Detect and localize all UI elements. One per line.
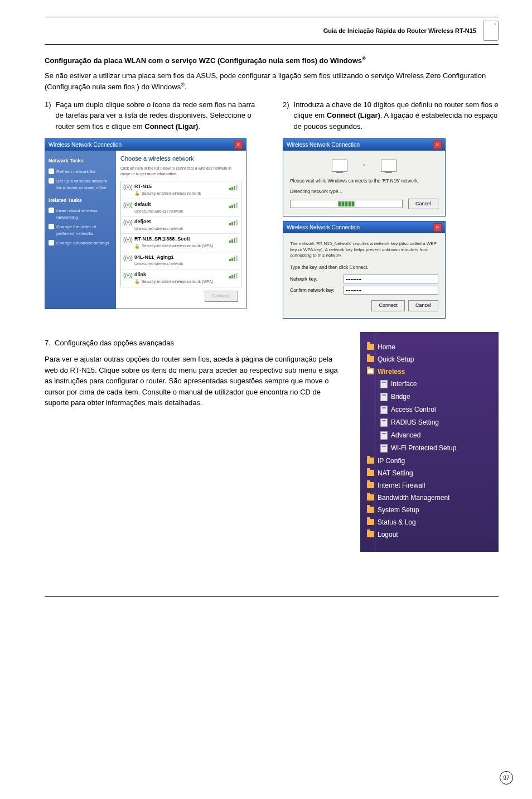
folder-icon: [367, 470, 374, 476]
tree-status-log[interactable]: Status & Log: [360, 516, 499, 528]
tree-wireless[interactable]: Wireless: [360, 365, 499, 378]
key-dialog-desc: The network 'RT-N15_Network' requires a …: [290, 241, 438, 258]
wifi-icon: ((•)): [123, 218, 131, 226]
step-1-text: Faça um duplo clique sobre o ícone da re…: [56, 99, 260, 132]
page-number: 97: [500, 771, 513, 784]
tree-quick-setup[interactable]: Quick Setup: [360, 353, 499, 365]
computer-icon: [381, 160, 396, 172]
signal-bars-icon: [229, 220, 238, 225]
step-2-number: 2): [283, 99, 289, 132]
window-title: Wireless Network Connection: [287, 141, 360, 149]
tree-logout[interactable]: Logout: [360, 528, 499, 541]
connecting-dialog: Wireless Network Connection × • Please w…: [283, 138, 446, 216]
wlan-intro: Se não estiver a utilizar uma placa sem …: [45, 70, 499, 92]
window-title: Wireless Network Connection: [49, 141, 122, 149]
connect-button[interactable]: Connect: [371, 300, 405, 311]
cancel-button[interactable]: Cancel: [408, 300, 438, 311]
signal-bars-icon: [229, 185, 238, 190]
tree-internet-firewall[interactable]: Internet Firewall: [360, 479, 499, 492]
folder-icon: [367, 458, 374, 464]
connect-button[interactable]: Connect: [205, 291, 238, 302]
file-icon: [380, 418, 388, 427]
tree-bandwidth[interactable]: Bandwidth Management: [360, 492, 499, 504]
cancel-button[interactable]: Cancel: [408, 199, 438, 210]
signal-bars-icon: [229, 256, 238, 261]
network-key-label: Network key:: [290, 276, 340, 283]
network-item[interactable]: ((•)) dlink 🔒Security-enabled wireless n…: [121, 269, 241, 287]
please-wait-text: Please wait while Windows connects to th…: [290, 177, 438, 185]
progress-bar: [290, 200, 403, 208]
setup-wireless-network[interactable]: ⚙Set up a wireless network for a home or…: [49, 178, 113, 191]
tree-bridge[interactable]: Bridge: [360, 391, 499, 403]
folder-icon: [367, 344, 374, 350]
file-icon: [380, 380, 388, 388]
network-item[interactable]: ((•)) 04L-N11_Aging1 Unsecured wireless …: [121, 252, 241, 269]
choose-network-desc: Click an item in the list below to conne…: [120, 166, 241, 177]
wireless-connection-window: Wireless Network Connection × Network Ta…: [45, 138, 246, 309]
tree-advanced[interactable]: Advanced: [360, 429, 499, 442]
refresh-network-list[interactable]: ↻Refresh network list: [49, 169, 113, 175]
wifi-icon: ((•)): [123, 235, 131, 243]
step-1-number: 1): [45, 99, 51, 132]
lock-icon: 🔒: [134, 190, 140, 197]
tree-ip-config[interactable]: IP Config: [360, 455, 499, 467]
detecting-text: Detecting network type...: [290, 188, 438, 195]
folder-icon: [367, 356, 374, 362]
file-icon: [380, 393, 388, 401]
learn-wireless[interactable]: iLearn about wireless networking: [49, 208, 113, 221]
wlan-section-title: Configuração da placa WLAN com o serviço…: [45, 56, 499, 65]
step-2-text: Introduza a chave de 10 dígitos que defi…: [294, 99, 499, 132]
network-item[interactable]: ((•)) RT-N15_SR@888_Scott 🔒Security-enab…: [121, 234, 241, 252]
close-icon[interactable]: ×: [234, 141, 243, 149]
folder-icon: [367, 482, 374, 488]
signal-bars-icon: [229, 273, 238, 278]
folder-open-icon: [367, 368, 374, 374]
refresh-icon: ↻: [49, 169, 54, 174]
lock-icon: 🔒: [134, 278, 140, 285]
file-icon: [380, 431, 388, 440]
tree-nat-setting[interactable]: NAT Setting: [360, 467, 499, 479]
window-title: Wireless Network Connection: [287, 223, 360, 232]
section7-title: 7. Configuração das opções avançadas: [45, 338, 340, 349]
choose-network-title: Choose a wireless network: [120, 154, 241, 163]
network-list: ((•)) RT-N15 🔒Security-enabled wireless …: [120, 181, 241, 288]
file-icon: [380, 444, 388, 453]
network-tasks-header: Network Tasks: [49, 157, 113, 165]
close-icon[interactable]: ×: [433, 141, 442, 149]
signal-bars-icon: [229, 203, 238, 208]
wifi-icon: ((•)): [123, 201, 131, 209]
wifi-icon: ((•)): [123, 254, 131, 262]
change-order[interactable]: ★Change the order of preferred networks: [49, 224, 113, 237]
close-icon[interactable]: ×: [433, 223, 442, 232]
related-tasks-header: Related Tasks: [49, 197, 113, 205]
network-item[interactable]: ((•)) default Unsecured wireless network: [121, 199, 241, 216]
folder-icon: [367, 519, 374, 525]
header-title: Guia de Iniciação Rápida do Router Wirel…: [323, 27, 476, 34]
star-icon: ★: [49, 224, 54, 229]
confirm-key-label: Confirm network key:: [290, 287, 340, 294]
network-key-input[interactable]: [344, 275, 438, 283]
folder-icon: [367, 531, 374, 537]
tree-radius-setting[interactable]: RADIUS Setting: [360, 416, 499, 429]
confirm-key-input[interactable]: [344, 286, 438, 295]
footer-rule: [45, 596, 499, 597]
file-icon: [380, 406, 388, 414]
wifi-icon: ((•)): [123, 183, 131, 191]
tree-system-setup[interactable]: System Setup: [360, 504, 499, 516]
tree-interface[interactable]: Interface: [360, 378, 499, 391]
gear-icon: ⚙: [49, 240, 54, 246]
router-icon: [483, 21, 499, 41]
tree-access-control[interactable]: Access Control: [360, 403, 499, 416]
computer-icon: [332, 160, 347, 172]
change-advanced[interactable]: ⚙Change advanced settings: [49, 240, 113, 247]
network-key-dialog: Wireless Network Connection × The networ…: [283, 221, 446, 318]
signal-bars-icon: [229, 237, 238, 243]
tree-wps[interactable]: Wi-Fi Protected Setup: [360, 442, 499, 455]
type-key-prompt: Type the key, and then click Connect.: [290, 264, 438, 271]
router-menu-tree: Home Quick Setup Wireless Interface Brid…: [360, 332, 499, 552]
network-item[interactable]: ((•)) defjoet Unsecured wireless network: [121, 216, 241, 234]
network-item[interactable]: ((•)) RT-N15 🔒Security-enabled wireless …: [121, 181, 241, 200]
wifi-icon: ((•)): [123, 271, 131, 279]
folder-icon: [367, 507, 374, 513]
tree-home[interactable]: Home: [360, 341, 499, 353]
